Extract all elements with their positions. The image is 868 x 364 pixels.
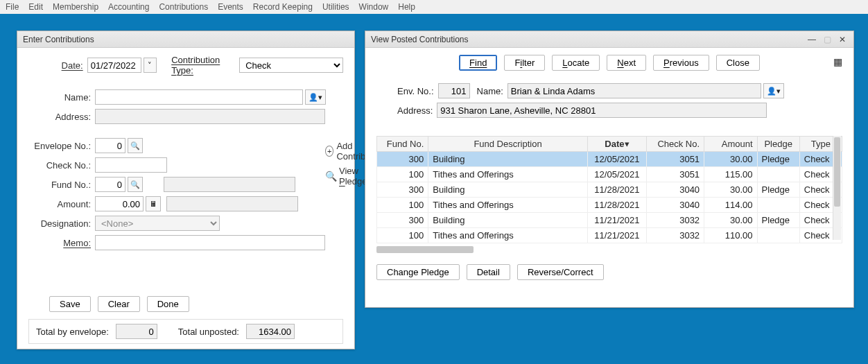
- envelope-label: Envelope No.:: [28, 141, 95, 151]
- name-input[interactable]: [95, 89, 303, 105]
- previous-button[interactable]: Previous: [653, 55, 709, 71]
- table-row[interactable]: 100Tithes and Offerings12/05/20213051115…: [377, 167, 842, 182]
- amount-label: Amount:: [28, 199, 95, 209]
- checkno-input[interactable]: [95, 157, 167, 173]
- change-pledge-button[interactable]: Change Pledge: [376, 264, 460, 280]
- window-title-view: View Posted Contributions: [371, 35, 469, 44]
- col-funddesc[interactable]: Fund Description: [428, 137, 587, 152]
- fundno-input[interactable]: [95, 177, 125, 192]
- view-posted-window: View Posted Contributions — ▢ ✕ Find Fil…: [365, 31, 854, 308]
- view-name-label: Name:: [477, 86, 503, 96]
- titlebar-view: View Posted Contributions — ▢ ✕: [365, 31, 853, 48]
- envelope-search-icon[interactable]: 🔍: [128, 138, 143, 153]
- designation-select[interactable]: <None>: [95, 216, 220, 231]
- col-checkno[interactable]: Check No.: [647, 137, 704, 152]
- find-button[interactable]: Find: [459, 55, 497, 71]
- contrib-type-label: Contribution Type:: [171, 55, 235, 76]
- date-label: Date:: [62, 60, 83, 71]
- vertical-scrollbar[interactable]: [833, 136, 841, 240]
- checkno-label: Check No.:: [28, 160, 95, 171]
- menu-edit[interactable]: Edit: [28, 2, 43, 12]
- table-row[interactable]: 300Building11/21/2021303230.00PledgeChec…: [377, 213, 842, 228]
- amount-input[interactable]: [95, 196, 144, 211]
- contributions-table: Fund No. Fund Description Date▾ Check No…: [376, 136, 842, 243]
- filter-button[interactable]: Filter: [504, 55, 545, 71]
- window-title-enter: Enter Contributions: [23, 35, 94, 44]
- maximize-icon[interactable]: ▢: [822, 34, 833, 45]
- fundno-search-icon[interactable]: 🔍: [128, 177, 143, 192]
- view-address-label: Address:: [397, 105, 433, 116]
- date-dropdown-icon[interactable]: ˅: [144, 58, 157, 73]
- amount-extra-input: [166, 196, 298, 211]
- minimize-icon[interactable]: —: [806, 34, 817, 45]
- table-body: 300Building12/05/2021305130.00PledgeChec…: [377, 152, 842, 243]
- col-amount[interactable]: Amount: [704, 137, 757, 152]
- fundno-label: Fund No.:: [28, 180, 95, 190]
- clear-button[interactable]: Clear: [98, 296, 140, 312]
- col-fundno[interactable]: Fund No.: [377, 137, 428, 152]
- table-row[interactable]: 300Building12/05/2021305130.00PledgeChec…: [377, 152, 842, 167]
- contrib-type-select[interactable]: Check: [239, 58, 343, 73]
- table-row[interactable]: 100Tithes and Offerings11/21/20213032110…: [377, 228, 842, 243]
- locate-button[interactable]: Locate: [552, 55, 600, 71]
- menubar: FileEditMembershipAccountingContribution…: [0, 0, 868, 14]
- reverse-correct-button[interactable]: Reverse/Correct: [517, 264, 604, 280]
- table-row[interactable]: 100Tithes and Offerings11/28/20213040114…: [377, 198, 842, 213]
- titlebar-enter: Enter Contributions: [17, 31, 354, 48]
- envelope-input[interactable]: [95, 138, 125, 153]
- name-person-picker[interactable]: 👤▾: [305, 89, 326, 105]
- total-unposted-label: Total unposted:: [178, 327, 239, 337]
- col-date[interactable]: Date▾: [587, 137, 646, 152]
- sort-indicator-icon: ▾: [625, 139, 630, 149]
- address-input: [95, 109, 325, 124]
- horizontal-scrollbar[interactable]: [376, 246, 474, 253]
- date-input[interactable]: [87, 58, 141, 73]
- done-button[interactable]: Done: [147, 296, 189, 312]
- memo-input[interactable]: [95, 235, 325, 250]
- menu-record-keeping[interactable]: Record Keeping: [253, 2, 313, 12]
- menu-contributions[interactable]: Contributions: [159, 2, 208, 12]
- total-env-value: [116, 324, 157, 339]
- menu-utilities[interactable]: Utilities: [322, 2, 349, 12]
- menu-membership[interactable]: Membership: [53, 2, 98, 12]
- env-no-value: [438, 83, 470, 98]
- menu-events[interactable]: Events: [218, 2, 243, 12]
- amount-calc-icon[interactable]: 🖩: [146, 196, 161, 211]
- view-name-value: [507, 83, 761, 98]
- view-person-picker[interactable]: 👤▾: [763, 83, 784, 98]
- env-no-label: Env. No.:: [397, 86, 434, 96]
- next-button[interactable]: Next: [607, 55, 646, 71]
- layout-icon[interactable]: ▦: [833, 56, 842, 67]
- view-address-value: [437, 103, 767, 118]
- name-label: Name:: [28, 92, 95, 103]
- scrollbar-thumb[interactable]: [834, 137, 840, 207]
- table-row[interactable]: 300Building11/28/2021304030.00PledgeChec…: [377, 182, 842, 198]
- table-header-row: Fund No. Fund Description Date▾ Check No…: [377, 137, 842, 152]
- address-label: Address:: [28, 112, 95, 122]
- close-icon[interactable]: ✕: [837, 34, 848, 45]
- close-button[interactable]: Close: [716, 55, 760, 71]
- menu-accounting[interactable]: Accounting: [108, 2, 149, 12]
- fund-desc-input: [164, 177, 295, 192]
- memo-label: Memo:: [63, 238, 91, 248]
- search-icon: 🔍: [325, 171, 336, 182]
- menu-window[interactable]: Window: [359, 2, 389, 12]
- col-pledge[interactable]: Pledge: [757, 137, 799, 152]
- total-env-label: Total by envelope:: [36, 327, 109, 337]
- total-unposted-value: [246, 324, 295, 339]
- menu-file[interactable]: File: [6, 2, 19, 12]
- save-button[interactable]: Save: [49, 296, 91, 312]
- designation-label: Designation:: [28, 218, 95, 229]
- plus-icon: +: [325, 146, 333, 157]
- menu-help[interactable]: Help: [398, 2, 415, 12]
- detail-button[interactable]: Detail: [467, 264, 510, 280]
- enter-contributions-window: Enter Contributions Date: ˅ Contribution…: [17, 31, 355, 349]
